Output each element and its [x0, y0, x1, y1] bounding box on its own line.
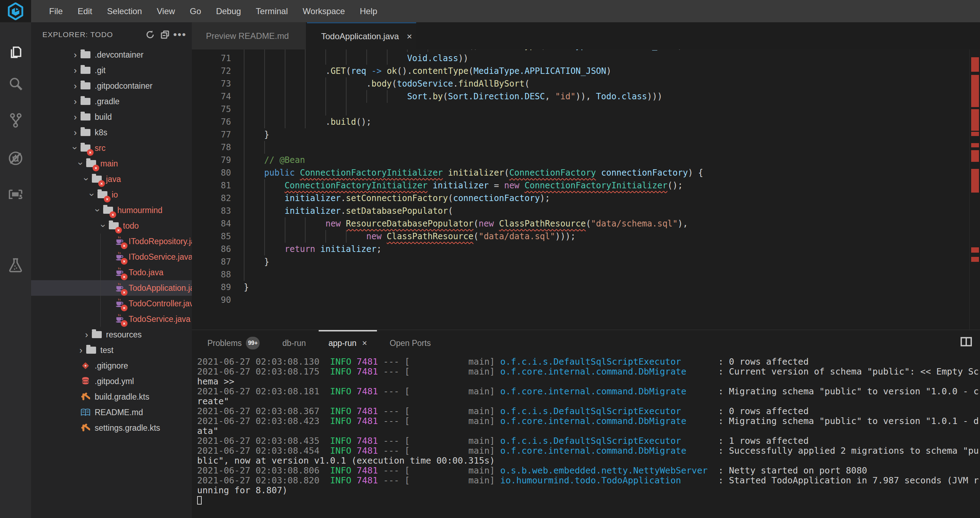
token: -> [371, 66, 382, 76]
tree-item-io[interactable]: ›×io [31, 187, 192, 202]
tree-item-todocontroller-java[interactable]: ×TodoController.java [31, 296, 192, 311]
activity-item-test[interactable] [6, 255, 25, 275]
chevron-down-icon[interactable]: › [88, 190, 97, 199]
tree-item-src[interactable]: ›×src [31, 140, 192, 156]
menu-file[interactable]: File [42, 6, 70, 16]
menu-workspace[interactable]: Workspace [295, 6, 353, 16]
tree-item--git[interactable]: ›.git [31, 62, 192, 78]
more-actions-icon[interactable]: ••• [173, 28, 186, 41]
activity-item-search[interactable] [6, 74, 25, 94]
chevron-right-icon[interactable]: › [76, 346, 86, 355]
tree-item--gitpodcontainer[interactable]: ›.gitpodcontainer [31, 78, 192, 94]
tree-item-resources[interactable]: ›resources [31, 327, 192, 343]
code-line: 71 Void.class)) [192, 52, 969, 65]
indent-guide [387, 90, 407, 103]
tree-item-todo[interactable]: ›×todo [31, 218, 192, 234]
terminal-segment: INFO [330, 416, 351, 426]
tree-item-build-gradle-kts[interactable]: build.gradle.kts [31, 389, 192, 405]
menu-terminal[interactable]: Terminal [248, 6, 295, 16]
menu-selection[interactable]: Selection [100, 6, 150, 16]
indent-guide [325, 230, 346, 243]
chevron-right-icon[interactable]: › [71, 112, 80, 121]
java-file-icon: × [114, 267, 125, 278]
code-text: initializer.setConnectionFactory(connect… [244, 192, 969, 205]
token: ( [468, 66, 473, 76]
activity-item-source-control[interactable] [6, 110, 25, 130]
editor-tab-todoapplication-java[interactable]: TodoApplication.java× [307, 22, 416, 49]
tree-item--gradle[interactable]: ›.gradle [31, 94, 192, 109]
error-badge: × [115, 227, 122, 234]
terminal-line: blic", now at version v1.0.1 (execution … [197, 456, 980, 466]
token: ( [525, 79, 530, 89]
file-tree: ›.devcontainer›.git›.gitpodcontainer›.gr… [31, 47, 192, 436]
editor-tab-preview-readme-md[interactable]: Preview README.md [192, 22, 306, 49]
chevron-right-icon[interactable]: › [71, 81, 80, 91]
panel-tab-bar: Problems99+db-runapp-run×Open Ports [192, 330, 980, 355]
tree-item-readme-md[interactable]: README.md [31, 405, 192, 420]
tree-item-humourmind[interactable]: ›×humourmind [31, 202, 192, 218]
terminal-line: 2021-06-27 02:03:08.175 INFO 7481 --- [ … [197, 367, 980, 377]
chevron-right-icon[interactable]: › [82, 330, 91, 339]
overview-ruler[interactable] [969, 49, 980, 330]
terminal-segment: INFO [330, 406, 351, 416]
terminal-segment [352, 386, 357, 397]
chevron-right-icon[interactable]: › [71, 128, 80, 137]
chevron-down-icon[interactable]: › [99, 221, 108, 230]
chevron-right-icon[interactable]: › [71, 66, 80, 75]
line-number: 75 [192, 103, 244, 116]
chevron-right-icon[interactable]: › [71, 97, 80, 106]
activity-item-files[interactable] [6, 42, 25, 62]
error-mark [971, 75, 979, 107]
menu-help[interactable]: Help [352, 6, 384, 16]
tree-item-test[interactable]: ›test [31, 343, 192, 358]
tree-item-todoapplication-java[interactable]: ×TodoApplication.java [31, 280, 192, 296]
chevron-down-icon[interactable]: › [93, 206, 102, 215]
chevron-down-icon[interactable]: › [82, 175, 91, 184]
activity-bar [0, 22, 31, 518]
tree-item-build[interactable]: ›build [31, 109, 192, 125]
menu-go[interactable]: Go [182, 6, 208, 16]
collapse-all-icon[interactable] [159, 28, 171, 41]
panel-tab-app-run[interactable]: app-run× [319, 330, 377, 355]
tree-item-label: test [100, 346, 113, 355]
token: ( [504, 168, 509, 178]
menu-edit[interactable]: Edit [70, 6, 100, 16]
menu-view[interactable]: View [150, 6, 183, 16]
chevron-down-icon[interactable]: › [76, 159, 86, 168]
tree-item-todo-java[interactable]: ×Todo.java [31, 265, 192, 280]
tree-item--gitignore[interactable]: .gitignore [31, 358, 192, 373]
tree-item-itodoservice-java[interactable]: ×ITodoService.java [31, 249, 192, 265]
indent-guide [264, 49, 285, 52]
tree-item--gitpod-yml[interactable]: .gitpod.yml [31, 373, 192, 389]
tree-item-java[interactable]: ›×java [31, 171, 192, 187]
close-tab-icon[interactable]: × [407, 31, 412, 42]
tree-item-label: .gitpod.yml [95, 377, 134, 386]
close-tab-icon[interactable]: × [362, 338, 367, 348]
chevron-down-icon[interactable]: › [71, 143, 80, 153]
panel-tab-problems[interactable]: Problems99+ [197, 330, 270, 355]
token: ( [473, 219, 478, 229]
refresh-icon[interactable] [144, 28, 156, 41]
menu-debug[interactable]: Debug [208, 6, 248, 16]
panel-tab-db-run[interactable]: db-run [272, 330, 315, 355]
tree-item-itodorepository-java[interactable]: ×ITodoRepository.java [31, 234, 192, 249]
token: "id" [555, 91, 576, 101]
chevron-right-icon[interactable]: › [71, 50, 80, 59]
tree-item-k8s[interactable]: ›k8s [31, 125, 192, 140]
activity-item-debug[interactable] [6, 148, 25, 168]
terminal-output[interactable]: 2021-06-27 02:03:08.130 INFO 7481 --- [ … [192, 355, 980, 518]
indent-guide [325, 52, 346, 65]
indent-guide [244, 103, 264, 116]
terminal-segment: INFO [330, 436, 351, 446]
tree-item-todoservice-java[interactable]: ×TodoService.java [31, 311, 192, 327]
tree-item-settings-gradle-kts[interactable]: settings.gradle.kts [31, 420, 192, 436]
activity-item-plugins[interactable] [6, 185, 25, 204]
token: initializer [320, 244, 377, 254]
error-badge: × [121, 304, 127, 311]
split-panel-icon[interactable] [960, 336, 972, 348]
code-editor[interactable]: ok().contentType(MediaType.APPLICATION_J… [192, 49, 980, 330]
tree-item--devcontainer[interactable]: ›.devcontainer [31, 47, 192, 62]
panel-tab-open-ports[interactable]: Open Ports [380, 330, 441, 355]
tree-item-main[interactable]: ›×main [31, 156, 192, 171]
tab-label: TodoApplication.java [321, 32, 399, 41]
